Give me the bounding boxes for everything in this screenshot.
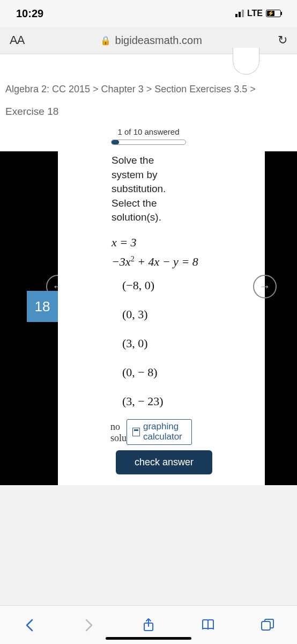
forward-button [80,616,98,634]
text-size-button[interactable]: AA [10,33,24,47]
question-number: 18 [27,291,58,322]
question-footer: nosolution graphing calculator check ans… [116,419,255,485]
equation-1: x = 3 [112,236,255,250]
svg-rect-1 [262,621,270,630]
question-card: 18 Solve the system by substitution. Sel… [58,151,265,485]
graphing-calculator-button[interactable]: graphing calculator [127,419,192,444]
bookmarks-button[interactable] [199,616,217,634]
url-display[interactable]: 🔒 bigideasmath.com [24,34,278,47]
tabs-icon [261,618,274,632]
tab-peek [233,48,259,75]
answer-option[interactable]: (3, − 23) [122,394,255,408]
calculator-icon [132,428,140,436]
status-right: LTE ⚡ [235,9,281,18]
status-bar: 10:29 LTE ⚡ [0,0,297,27]
signal-icon [235,10,244,17]
share-button[interactable] [139,616,158,634]
answer-option[interactable]: (0, − 8) [122,365,255,379]
reload-icon[interactable]: ↻ [278,33,287,47]
question-prompt: Solve the system by substitution. Select… [112,153,187,225]
right-strip: → [265,151,297,485]
home-indicator[interactable] [106,637,191,640]
question-row: ← 18 Solve the system by substitution. S… [0,151,297,485]
network-label: LTE [247,9,263,18]
answer-option[interactable]: (3, 0) [122,336,255,350]
breadcrumb[interactable]: Algebra 2: CC 2015 > Chapter 3 > Section… [0,84,297,106]
battery-icon: ⚡ [266,10,281,17]
progress-label: 1 of 10 answered [0,127,297,136]
page-title: Exercise 18 [0,106,297,127]
next-question-button[interactable]: → [253,275,277,298]
tabs-button[interactable] [258,616,277,634]
lock-icon: 🔒 [100,35,111,46]
calc-label: graphing calculator [143,422,186,442]
back-button[interactable] [20,616,39,634]
book-icon [201,619,216,632]
answer-option[interactable]: (0, 3) [122,308,255,321]
chevron-left-icon [25,618,34,633]
answer-option[interactable]: (−8, 0) [122,279,255,292]
answer-list: (−8, 0) (0, 3) (3, 0) (0, − 8) (3, − 23) [122,279,255,408]
progress-bar [111,140,186,145]
chevron-right-icon [84,618,94,633]
domain-label: bigideasmath.com [115,34,202,47]
check-answer-button[interactable]: check answer [116,450,212,474]
time-label: 10:29 [16,8,43,20]
equation-2: −3x2 + 4x − y = 8 [112,255,255,269]
page-content: Algebra 2: CC 2015 > Chapter 3 > Section… [0,54,297,485]
share-icon [142,618,155,633]
